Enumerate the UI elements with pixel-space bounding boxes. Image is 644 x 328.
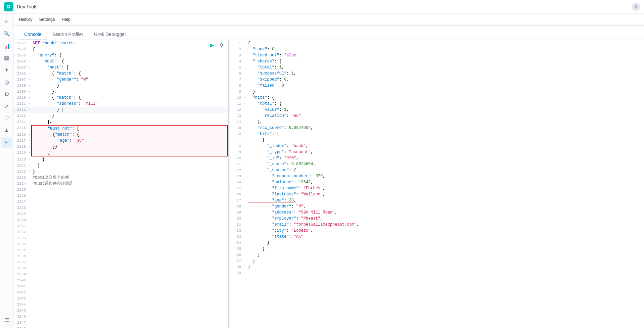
- response-line-36: 36 ]: [230, 252, 644, 258]
- top-bar: D Dev Tools ⚙: [0, 0, 644, 13]
- nav-bar: History Settings Help: [13, 13, 644, 26]
- code-line-2221: 2221- }: [13, 162, 228, 169]
- response-line-19: 19 "_type": "account",: [230, 149, 644, 155]
- code-line-2201: 2201-GET /bank/_search: [13, 40, 228, 46]
- code-line-2222: 2222-}: [13, 169, 228, 175]
- sidebar-icon-maps[interactable]: ◎: [1, 77, 12, 87]
- code-line-2208: 2208- }: [13, 83, 228, 89]
- response-line-25: 25 "firstname": "Forbes",: [230, 185, 644, 191]
- settings-button[interactable]: ⚙: [218, 42, 225, 48]
- code-line-2214: 2214- ],: [13, 119, 228, 125]
- response-line-23: 23 "account_number": 970,: [230, 173, 644, 179]
- code-line-2206: 2206- { "match": {: [13, 71, 228, 77]
- code-line-2235: 2235: [13, 247, 228, 253]
- code-line-2242: 2242: [13, 289, 228, 295]
- code-line-2239: 2239: [13, 271, 228, 277]
- response-line-20: 20 "_id": "970",: [230, 155, 644, 161]
- sidebar-icon-apm[interactable]: ▲: [1, 125, 12, 136]
- code-line-2210: 2210- { "match": {: [13, 95, 228, 101]
- code-line-2203: 2203- "query": {: [13, 52, 228, 58]
- code-line-2245: 2245: [13, 308, 228, 314]
- tab-console[interactable]: Console: [19, 29, 47, 40]
- nav-settings[interactable]: Settings: [39, 13, 55, 26]
- code-line-2216: 2216- {"match": {: [13, 132, 228, 138]
- response-line-3: 3 "timed_out": false,: [230, 52, 644, 58]
- code-line-2209: 2209- },: [13, 89, 228, 95]
- right-panel[interactable]: 1-{2 "took": 0,3 "timed_out": false,4- "…: [230, 40, 644, 328]
- response-line-22: 22- "_source": {: [230, 167, 644, 173]
- code-line-2219: 2219- ]: [13, 150, 228, 156]
- response-line-4: 4- "_shards": {: [230, 58, 644, 64]
- sidebar-icon-canvas[interactable]: ✦: [1, 64, 12, 75]
- response-line-34: 34 }: [230, 240, 644, 246]
- response-line-9: 9 },: [230, 89, 644, 95]
- code-line-2241: 2241: [13, 283, 228, 289]
- editor-area: ▶ ⚙ 2201-GET /bank/_search2202-{2203- "q…: [13, 40, 644, 328]
- code-line-2205: 2205- "must": [: [13, 64, 228, 71]
- code-line-2213: 2213- }: [13, 113, 228, 119]
- code-line-2224: 2224 #must是条件必须满足: [13, 181, 228, 187]
- code-line-2244: 2244: [13, 301, 228, 308]
- nav-help[interactable]: Help: [61, 13, 71, 26]
- nav-history[interactable]: History: [19, 13, 32, 26]
- sidebar-icon-manage[interactable]: ☰: [1, 315, 12, 325]
- code-line-2207: 2207- "gender": "M": [13, 77, 228, 83]
- response-line-8: 8 "failed": 0: [230, 83, 644, 89]
- code-line-2248: 2248: [13, 326, 228, 328]
- code-line-2204: 2204- "bool": {: [13, 58, 228, 64]
- code-line-2243: 2243: [13, 295, 228, 301]
- response-line-12: 12 "value": 1,: [230, 107, 644, 113]
- tab-grok-debugger[interactable]: Grok Debugger: [89, 29, 132, 40]
- response-line-21: 21 "_score": 6.0824604,: [230, 161, 644, 167]
- response-line-11: 11- "total": {: [230, 101, 644, 107]
- response-line-32: 32 "city": "Lopezo",: [230, 228, 644, 234]
- response-line-35: 35 }: [230, 246, 644, 252]
- code-line-2211: 2211- "address": "Mill": [13, 101, 228, 107]
- response-line-37: 37 }: [230, 258, 644, 264]
- code-line-2247: 2247: [13, 320, 228, 326]
- code-line-2227: 2227: [13, 199, 228, 205]
- editor-toolbar: ▶ ⚙: [209, 42, 225, 48]
- sidebar-icon-ml[interactable]: ⚙: [1, 89, 12, 99]
- response-line-1: 1-{: [230, 40, 644, 46]
- sidebar-icon-discover[interactable]: 🔍: [1, 28, 12, 39]
- app-title: Dev Tools: [17, 4, 37, 9]
- sidebar-icon-graph[interactable]: ↗: [1, 101, 12, 111]
- sidebar-icon-dashboard[interactable]: ▦: [1, 52, 12, 63]
- code-line-2228: 2228: [13, 205, 228, 211]
- code-editor[interactable]: 2201-GET /bank/_search2202-{2203- "query…: [13, 40, 228, 328]
- response-line-29: 29 "address": "990 Mill Road",: [230, 209, 644, 216]
- response-line-39: 39: [230, 270, 644, 276]
- sidebar: ⌂ 🔍 📊 ▦ ✦ ◎ ⚙ ↗ ♡ ▲ ✂ ☰: [0, 13, 13, 328]
- response-line-15: 15 "max_score": 6.0824604,: [230, 125, 644, 131]
- code-line-2240: 2240: [13, 277, 228, 283]
- user-avatar[interactable]: ⚙: [632, 3, 640, 11]
- tab-search-profiler[interactable]: Search Profiler: [47, 29, 89, 40]
- sidebar-icon-devtools[interactable]: ✂: [1, 137, 12, 148]
- response-line-17: 17- {: [230, 137, 644, 143]
- response-line-28: 28 "gender": "M",: [230, 203, 644, 209]
- code-line-2238: 2238: [13, 265, 228, 271]
- response-line-7: 7 "skipped": 0,: [230, 77, 644, 83]
- code-line-2230: 2230: [13, 217, 228, 223]
- code-line-2246: 2246: [13, 314, 228, 320]
- code-line-2212: 2212- } |: [13, 107, 228, 113]
- sidebar-icon-home[interactable]: ⌂: [1, 16, 12, 27]
- code-line-2215: 2215- "must_not": [: [13, 125, 228, 132]
- response-line-14: 14 },: [230, 119, 644, 125]
- code-line-2220: 2220- }: [13, 156, 228, 162]
- response-line-10: 10- "hits": {: [230, 95, 644, 101]
- sidebar-icon-monitoring[interactable]: ♡: [1, 113, 12, 124]
- sidebar-icon-visualize[interactable]: 📊: [1, 40, 12, 51]
- code-line-2233: 2233: [13, 235, 228, 241]
- response-line-26: 26 "lastname": "Wallace",: [230, 191, 644, 197]
- tab-bar: Console Search Profiler Grok Debugger: [13, 26, 644, 40]
- response-line-38: 38-}: [230, 264, 644, 270]
- code-line-2237: 2237: [13, 259, 228, 265]
- response-line-5: 5 "total": 1,: [230, 64, 644, 71]
- response-line-30: 30 "employer": "Pheast",: [230, 216, 644, 222]
- code-line-2232: 2232: [13, 229, 228, 235]
- code-line-2226: 2226: [13, 193, 228, 199]
- run-button[interactable]: ▶: [209, 42, 215, 48]
- left-panel: ▶ ⚙ 2201-GET /bank/_search2202-{2203- "q…: [13, 40, 228, 328]
